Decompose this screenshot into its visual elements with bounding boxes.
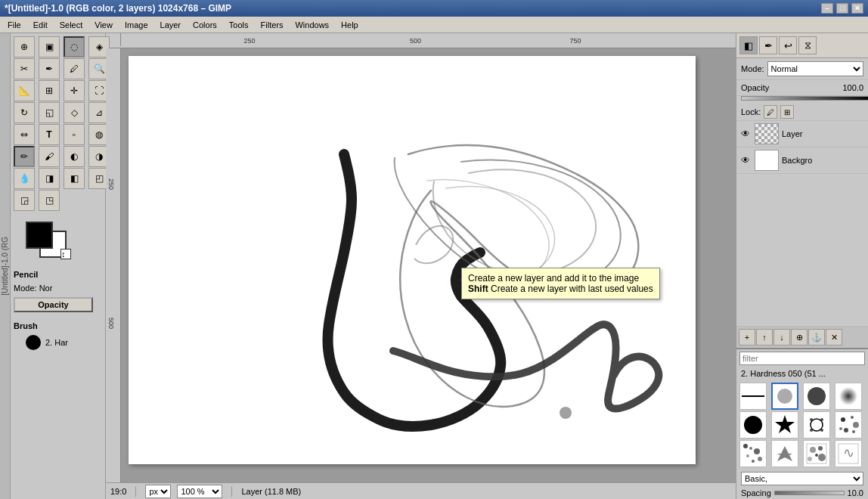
tool-move[interactable]: ✛ — [64, 80, 85, 101]
tool-pencil[interactable]: ✏ — [14, 146, 35, 167]
canvas[interactable] — [129, 56, 696, 464]
tool-text[interactable]: T — [39, 124, 60, 145]
svg-point-22 — [758, 457, 762, 461]
tool-free-select[interactable]: ◌ — [64, 36, 85, 57]
channels-icon[interactable]: ◧ — [739, 36, 758, 54]
tool-align[interactable]: ⊞ — [39, 80, 60, 101]
brush-selected-name: 2. Hardness 050 (51 ... — [736, 367, 868, 380]
menu-item-colors[interactable]: Colors — [187, 17, 223, 33]
duplicate-layer-button[interactable]: ⊕ — [791, 329, 808, 346]
coords-display: 19:0 — [110, 487, 126, 496]
tool-eraser[interactable]: ◐ — [64, 146, 85, 167]
spacing-bar[interactable] — [774, 491, 845, 495]
layer-row-0[interactable]: 👁 Layer — [736, 121, 868, 147]
tool-paintbrush[interactable]: 🖌 — [39, 146, 60, 167]
svg-point-5 — [744, 416, 762, 434]
brush-cell-9[interactable] — [771, 440, 798, 467]
menu-item-view[interactable]: View — [88, 17, 119, 33]
brush-cell-5[interactable] — [771, 411, 798, 439]
tool-measure[interactable]: 📐 — [14, 80, 35, 101]
minimize-button[interactable]: – — [821, 3, 833, 14]
tool-ink[interactable]: 💧 — [14, 168, 35, 189]
tool-scissors[interactable]: ✂ — [14, 58, 35, 79]
svg-point-17 — [839, 427, 842, 430]
menu-item-tools[interactable]: Tools — [223, 17, 255, 33]
tool-heal[interactable]: ◧ — [64, 168, 85, 189]
tool-ellipse[interactable]: ▣ — [39, 36, 60, 57]
brush-category-select[interactable]: Basic, All — [741, 472, 863, 485]
brush-cell-2[interactable] — [803, 383, 830, 410]
svg-point-8 — [810, 418, 813, 421]
menu-item-layer[interactable]: Layer — [154, 17, 188, 33]
brush-filter-input[interactable] — [739, 352, 865, 365]
layer-visibility-0[interactable]: 👁 — [739, 128, 752, 140]
new-layer-button[interactable]: + — [739, 329, 755, 346]
close-button[interactable]: ✕ — [851, 3, 863, 14]
paths-panel-icon[interactable]: ✒ — [759, 36, 777, 54]
menu-item-image[interactable]: Image — [119, 17, 154, 33]
brush-cell-0[interactable] — [739, 383, 767, 410]
fg-bg-colors: ↕ — [26, 222, 71, 259]
delete-layer-button[interactable]: ✕ — [826, 329, 842, 346]
brush-cell-11[interactable]: ∿ — [835, 440, 862, 467]
svg-point-21 — [746, 454, 749, 457]
tool-scale[interactable]: ◱ — [39, 102, 60, 123]
tool-smudge[interactable]: ◲ — [14, 190, 35, 211]
svg-point-25 — [810, 447, 816, 453]
lock-position-button[interactable]: ⊞ — [780, 105, 794, 119]
zoom-select[interactable]: 100 % — [177, 485, 222, 498]
tool-flip[interactable]: ⇔ — [14, 124, 35, 145]
unit-select[interactable]: px — [145, 485, 171, 498]
spacing-row: Spacing 10.0 — [736, 487, 868, 499]
anchor-layer-button[interactable]: ⚓ — [808, 329, 825, 346]
tool-rotate[interactable]: ↻ — [14, 102, 35, 123]
brush-area-label: Brush — [0, 318, 105, 333]
tool-clone[interactable]: ◨ — [39, 168, 60, 189]
raise-layer-button[interactable]: ↑ — [756, 329, 773, 346]
tool-color-picker[interactable]: 🖊 — [64, 58, 85, 79]
svg-point-12 — [841, 417, 845, 422]
brush-cell-1[interactable] — [771, 383, 798, 410]
foreground-color[interactable] — [26, 222, 53, 249]
layer-name-0: Layer — [782, 129, 803, 138]
tool-rect-select[interactable]: ⊕ — [14, 36, 35, 57]
menu-item-filters[interactable]: Filters — [255, 17, 290, 33]
maximize-button[interactable]: □ — [836, 3, 848, 14]
menu-item-select[interactable]: Select — [54, 17, 89, 33]
opacity-bar[interactable] — [741, 96, 868, 101]
right-panel: ◧ ✒ ↩ ⧖ Mode: Normal Multiply Screen Ove… — [736, 33, 868, 499]
history-icon[interactable]: ⧖ — [798, 36, 817, 54]
ruler-left: 250 500 — [106, 48, 121, 482]
swap-colors-icon[interactable]: ↕ — [60, 249, 71, 259]
svg-point-26 — [818, 446, 823, 451]
menubar: FileEditSelectViewImageLayerColorsToolsF… — [0, 17, 868, 33]
brush-cell-10[interactable] — [803, 440, 830, 467]
brush-grid: ∿ — [736, 380, 868, 470]
menu-item-help[interactable]: Help — [335, 17, 364, 33]
svg-point-29 — [815, 454, 818, 457]
lock-label: Lock: — [741, 107, 761, 116]
svg-point-10 — [810, 429, 813, 432]
tool-shear[interactable]: ◇ — [64, 102, 85, 123]
mode-select[interactable]: Normal Multiply Screen Overlay Dissolve — [767, 61, 863, 76]
brush-cell-7[interactable] — [835, 411, 862, 439]
ruler-top-marks: 250 500 750 — [121, 33, 736, 46]
brush-cell-4[interactable] — [739, 411, 767, 439]
brush-cell-3[interactable] — [835, 383, 862, 410]
undo-icon[interactable]: ↩ — [779, 36, 797, 54]
tool-desaturate[interactable]: ◳ — [39, 190, 60, 211]
menu-item-file[interactable]: File — [2, 17, 27, 33]
tool-bucket[interactable]: ▫ — [64, 124, 85, 145]
lock-pixels-button[interactable]: 🖊 — [764, 105, 777, 119]
brush-cell-6[interactable] — [803, 411, 830, 439]
layer-row-1[interactable]: 👁 Backgro — [736, 147, 868, 174]
menu-item-edit[interactable]: Edit — [27, 17, 54, 33]
tool-paths[interactable]: ✒ — [39, 58, 60, 79]
menu-item-windows[interactable]: Windows — [289, 17, 335, 33]
canvas-scroll[interactable]: Create a new layer and add it to the ima… — [121, 48, 736, 482]
opacity-button[interactable]: Opacity — [14, 297, 93, 312]
layer-visibility-1[interactable]: 👁 — [739, 154, 752, 166]
layer-info: Layer (11.8 MB) — [241, 487, 301, 496]
brush-cell-8[interactable] — [739, 440, 767, 467]
lower-layer-button[interactable]: ↓ — [773, 329, 790, 346]
